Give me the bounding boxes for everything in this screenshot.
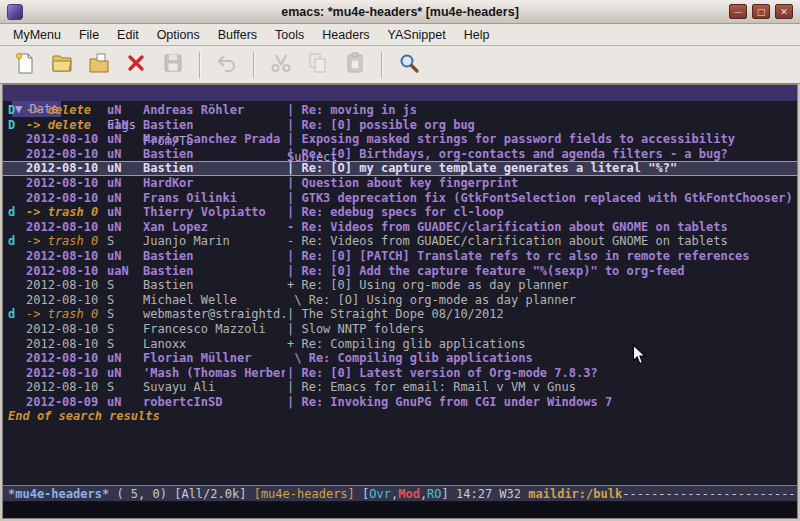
mark-char: d — [8, 205, 15, 220]
menu-bar: MyMenuFileEditOptionsBuffersToolsHeaders… — [0, 24, 800, 46]
subject: | Re: [0] [PATCH] Translate refs to rc a… — [287, 249, 795, 264]
end-of-results-text: End of search results — [3, 409, 797, 424]
message-row[interactable]: 2012-08-10 uN Xan Lopez - Re: Videos fro… — [3, 220, 797, 235]
menu-item-edit[interactable]: Edit — [108, 26, 148, 44]
date-or-mark: 2012-08-10 — [26, 132, 98, 147]
message-row[interactable]: 2012-08-10 S Francesco Mazzoli | Slow NN… — [3, 322, 797, 337]
from: Frans Oilinki — [143, 191, 285, 206]
subject: - Re: Videos from GUADEC/clarification a… — [287, 234, 795, 249]
paste-button — [338, 50, 372, 80]
new-file-button[interactable] — [8, 50, 42, 80]
from: Bastien — [143, 264, 285, 279]
date-or-mark: 2012-08-10 — [26, 337, 98, 352]
message-row[interactable]: 2012-08-10 uN Florian Müllner \ Re: Comp… — [3, 351, 797, 366]
flags: uN — [107, 161, 121, 176]
from: Michael Welle — [143, 293, 285, 308]
subject: | Re: [0] Add the capture feature "%(sex… — [287, 264, 795, 279]
modeline-segment: RO — [427, 487, 441, 501]
message-list: D -> delete uN Andreas Röhler | Re: movi… — [3, 101, 797, 485]
from: HardKor — [143, 176, 285, 191]
from: Florian Müllner — [143, 351, 285, 366]
echo-area[interactable] — [3, 502, 797, 518]
flags: uN — [107, 395, 121, 410]
message-row[interactable]: 2012-08-10 S Suvayu Ali | Re: Emacs for … — [3, 380, 797, 395]
message-row[interactable]: d -> trash 0 uN Thierry Volpiatto | Re: … — [3, 205, 797, 220]
date-or-mark: 2012-08-10 — [26, 366, 98, 381]
message-row[interactable]: d -> trash 0 S Juanjo Marin - Re: Videos… — [3, 234, 797, 249]
menu-item-file[interactable]: File — [70, 26, 108, 44]
maximize-button[interactable]: □ — [752, 4, 770, 19]
close-button[interactable]: ✕ — [775, 4, 793, 19]
from: webmaster@straightd... — [143, 307, 285, 322]
menu-item-yasnippet[interactable]: YASnippet — [379, 26, 455, 44]
flags: uN — [107, 351, 121, 366]
copy-icon — [306, 51, 330, 78]
date-or-mark: 2012-08-10 — [26, 249, 98, 264]
flags: S — [107, 278, 114, 293]
flags: S — [107, 337, 114, 352]
message-row[interactable]: D -> delete uN Andreas Röhler | Re: movi… — [3, 103, 797, 118]
emacs-text-area: ▼ Date Flgs From/To Subject D -> delete … — [2, 84, 798, 519]
message-row[interactable]: d -> trash 0 S webmaster@straightd... | … — [3, 307, 797, 322]
flags: S — [107, 293, 114, 308]
subject: | Re: edebug specs for cl-loop — [287, 205, 795, 220]
subject: | Re: [0] Birthdays, org-contacts and ag… — [287, 147, 795, 162]
search-icon — [397, 51, 421, 78]
message-row[interactable]: 2012-08-10 uN Bastien | Re: [O] my captu… — [3, 161, 797, 176]
emacs-window: { "window": { "title": "emacs: *mu4e-hea… — [0, 0, 800, 521]
message-row[interactable]: 2012-08-10 uN 'Mash (Thomas Herbert) | R… — [3, 366, 797, 381]
date-or-mark: -> trash 0 — [26, 307, 98, 322]
message-row[interactable]: 2012-08-10 uN HardKor | Question about k… — [3, 176, 797, 191]
menu-item-buffers[interactable]: Buffers — [209, 26, 266, 44]
kill-buffer-button[interactable] — [119, 50, 153, 80]
menu-item-headers[interactable]: Headers — [313, 26, 378, 44]
flags: uN — [107, 132, 121, 147]
message-row[interactable]: 2012-08-10 uaN Bastien | Re: [0] Add the… — [3, 264, 797, 279]
message-row[interactable]: 2012-08-10 uN Bastien | Re: [0] Birthday… — [3, 147, 797, 162]
message-row[interactable]: 2012-08-10 uN Bastien | Re: [0] [PATCH] … — [3, 249, 797, 264]
tool-bar — [0, 46, 800, 84]
from: Juanjo Marin — [143, 234, 285, 249]
search-button[interactable] — [392, 50, 426, 80]
date-or-mark: 2012-08-10 — [26, 147, 98, 162]
flags: uN — [107, 205, 121, 220]
menu-item-tools[interactable]: Tools — [266, 26, 313, 44]
flags: uN — [107, 249, 121, 264]
dired-button[interactable] — [82, 50, 116, 80]
date-or-mark: -> delete — [26, 118, 91, 133]
modeline-segment: 14:27 W32 — [456, 487, 528, 501]
flags: S — [107, 322, 114, 337]
menu-item-help[interactable]: Help — [455, 26, 499, 44]
minimize-button[interactable]: — — [729, 4, 747, 19]
title-bar[interactable]: emacs: *mu4e-headers* [mu4e-headers] —□✕ — [0, 0, 800, 24]
open-file-button[interactable] — [45, 50, 79, 80]
date-or-mark: 2012-08-10 — [26, 264, 98, 279]
from: Bastien — [143, 118, 285, 133]
message-row[interactable]: 2012-08-09 uN robertcInSD | Re: Invoking… — [3, 395, 797, 410]
dired-icon — [87, 51, 111, 78]
message-row[interactable]: 2012-08-10 S Bastien + Re: [0] Using org… — [3, 278, 797, 293]
message-row[interactable]: 2012-08-10 S Michael Welle \ Re: [O] Usi… — [3, 293, 797, 308]
from: Bastien — [143, 147, 285, 162]
cut-icon — [269, 51, 293, 78]
message-row[interactable]: D -> delete uaN Bastien | Re: [0] possib… — [3, 118, 797, 133]
flags: uaN — [107, 118, 129, 133]
message-row[interactable]: 2012-08-10 uN Frans Oilinki | GTK3 depre… — [3, 191, 797, 206]
subject: | Slow NNTP folders — [287, 322, 795, 337]
toolbar-separator — [253, 52, 255, 78]
message-row[interactable]: 2012-08-10 S Lanoxx + Re: Compiling glib… — [3, 337, 797, 352]
menu-item-mymenu[interactable]: MyMenu — [4, 26, 70, 44]
date-or-mark: -> trash 0 — [26, 205, 98, 220]
flags: S — [107, 234, 114, 249]
date-or-mark: -> delete — [26, 103, 91, 118]
subject: | Re: Invoking GnuPG from CGI under Wind… — [287, 395, 795, 410]
new-file-icon — [13, 51, 37, 78]
message-row[interactable]: 2012-08-10 uN Mario Sanchez Prada | Expo… — [3, 132, 797, 147]
menu-item-options[interactable]: Options — [148, 26, 209, 44]
flags: uN — [107, 103, 121, 118]
window-title: emacs: *mu4e-headers* [mu4e-headers] — [0, 5, 800, 19]
modeline-segment: Ovr — [369, 487, 391, 501]
subject: | Re: [0] Latest version of Org-mode 7.8… — [287, 366, 795, 381]
toolbar-separator — [199, 52, 201, 78]
emacs-app-icon — [7, 4, 23, 20]
